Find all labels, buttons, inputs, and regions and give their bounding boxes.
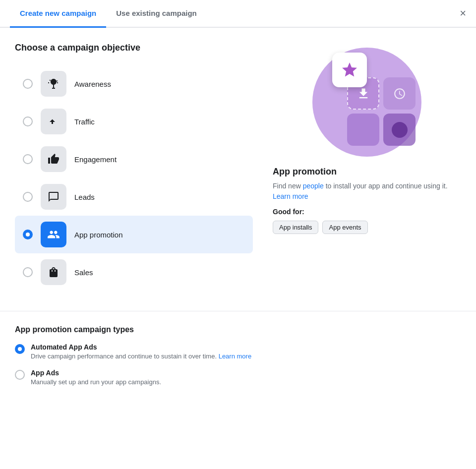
traffic-label: Traffic (74, 117, 95, 126)
leads-icon-box (41, 184, 66, 210)
left-column: Choose a campaign objective Awareness (15, 43, 253, 291)
tab-existing[interactable]: Use existing campaign (106, 0, 207, 28)
clock-tile (383, 77, 416, 110)
sales-label: Sales (74, 268, 93, 277)
star-icon (341, 61, 358, 79)
automated-desc-text: Drive campaign performance and continue … (31, 352, 217, 360)
automated-label: Automated App Ads (31, 343, 251, 351)
radio-sales[interactable] (23, 267, 33, 277)
tabs-header: Create new campaign Use existing campaig… (0, 0, 476, 28)
engagement-icon (48, 153, 60, 165)
close-button[interactable]: × (460, 8, 466, 19)
radio-traffic[interactable] (23, 117, 33, 126)
star-tile (332, 53, 367, 87)
objective-engagement[interactable]: Engagement (15, 140, 253, 178)
traffic-icon (48, 116, 60, 127)
campaign-type-automated[interactable]: Automated App Ads Drive campaign perform… (15, 343, 461, 360)
radio-engagement[interactable] (23, 154, 33, 164)
tag-app-events: App events (322, 221, 367, 234)
sales-icon-box (41, 259, 66, 285)
right-column: App promotion Find new people to install… (273, 43, 461, 291)
radio-app-ads[interactable] (15, 370, 25, 380)
good-for-title: Good for: (273, 208, 461, 216)
awareness-label: Awareness (74, 80, 111, 88)
radio-automated[interactable] (15, 344, 25, 354)
desc-start: Find new (273, 182, 303, 190)
tag-app-installs: App installs (273, 221, 318, 234)
automated-text: Automated App Ads Drive campaign perform… (31, 343, 251, 360)
objective-traffic[interactable]: Traffic (15, 103, 253, 140)
clock-icon (393, 87, 406, 100)
main-content: Choose a campaign objective Awareness (0, 28, 476, 306)
objective-sales[interactable]: Sales (15, 253, 253, 291)
objective-list: Awareness Traffic (15, 65, 253, 291)
app-ads-label: App Ads (31, 369, 161, 377)
desc-end: to install your app and continue using i… (324, 182, 448, 190)
leads-label: Leads (74, 193, 95, 201)
bottom-section: App promotion campaign types Automated A… (0, 311, 476, 410)
engagement-icon-box (41, 146, 66, 172)
campaign-type-app-ads[interactable]: App Ads Manually set up and run your app… (15, 369, 461, 386)
tags-container: App installs App events (273, 221, 461, 234)
leads-icon (48, 191, 60, 203)
engagement-label: Engagement (74, 155, 117, 164)
radio-app-promotion[interactable] (23, 230, 33, 239)
app-promotion-icon-box (41, 222, 66, 247)
awareness-icon-box (41, 71, 66, 97)
app-tiles-grid (347, 77, 416, 146)
automated-desc: Drive campaign performance and continue … (31, 352, 251, 360)
download-icon (357, 87, 370, 101)
people-link[interactable]: people (303, 182, 324, 190)
app-ads-desc-text: Manually set up and run your app campaig… (31, 378, 161, 386)
app-ads-text: App Ads Manually set up and run your app… (31, 369, 161, 386)
traffic-icon-box (41, 109, 66, 134)
app-promotion-illustration (307, 48, 426, 157)
purple-circle (392, 122, 408, 138)
objective-leads[interactable]: Leads (15, 178, 253, 216)
campaign-types-title: App promotion campaign types (15, 325, 461, 334)
radio-awareness[interactable] (23, 79, 33, 89)
preview-content: App promotion Find new people to install… (273, 167, 461, 234)
awareness-icon (48, 78, 60, 90)
landscape-tile (347, 114, 379, 146)
circle-tile (383, 114, 416, 146)
app-promotion-icon (47, 228, 60, 241)
sales-icon (48, 266, 60, 278)
preview-title: App promotion (273, 167, 461, 177)
objective-awareness[interactable]: Awareness (15, 65, 253, 103)
preview-description: Find new people to install your app and … (273, 181, 461, 202)
tab-create[interactable]: Create new campaign (10, 0, 106, 28)
automated-learn-more[interactable]: Learn more (219, 352, 251, 360)
radio-leads[interactable] (23, 192, 33, 202)
learn-more-link[interactable]: Learn more (273, 192, 308, 200)
objective-app-promotion[interactable]: App promotion (15, 216, 253, 253)
app-ads-desc: Manually set up and run your app campaig… (31, 378, 161, 386)
section-title: Choose a campaign objective (15, 43, 253, 53)
app-promotion-label: App promotion (74, 231, 123, 239)
